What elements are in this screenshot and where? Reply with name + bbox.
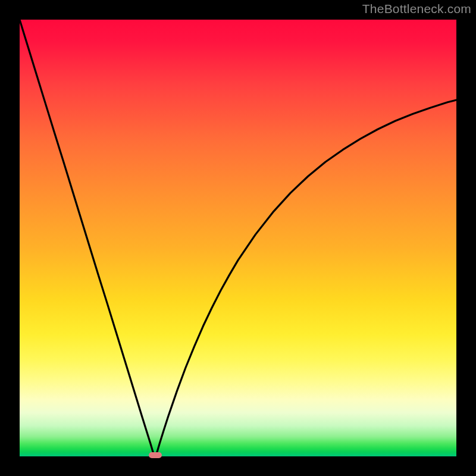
curve-path <box>20 20 456 456</box>
chart-frame: TheBottleneck.com <box>0 0 476 476</box>
plot-area <box>20 20 456 456</box>
optimum-marker <box>149 452 162 458</box>
watermark-text: TheBottleneck.com <box>362 2 471 16</box>
bottleneck-curve <box>20 20 456 456</box>
